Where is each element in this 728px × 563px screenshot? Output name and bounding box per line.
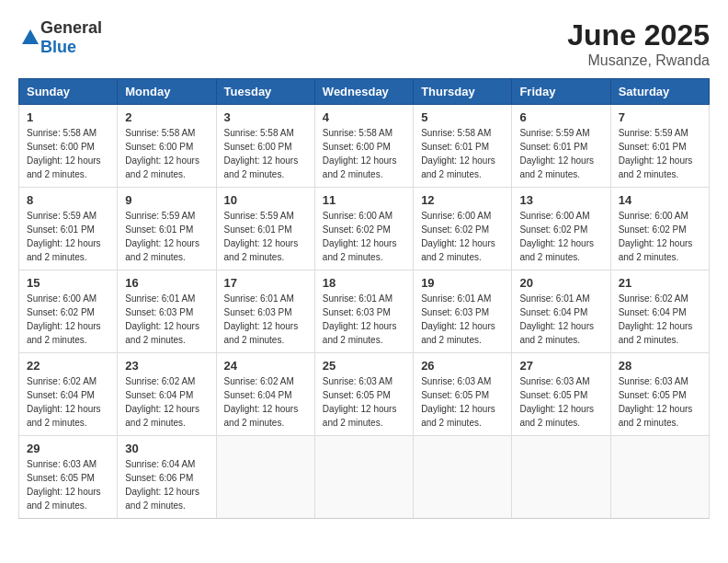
day-info: Sunrise: 6:03 AM Sunset: 6:05 PM Dayligh…: [519, 374, 602, 430]
day-info: Sunrise: 5:58 AM Sunset: 6:00 PM Dayligh…: [224, 126, 307, 181]
day-info: Sunrise: 6:02 AM Sunset: 6:04 PM Dayligh…: [619, 292, 701, 347]
day-info: Sunrise: 6:03 AM Sunset: 6:05 PM Dayligh…: [27, 457, 109, 512]
day-info: Sunrise: 6:01 AM Sunset: 6:03 PM Dayligh…: [323, 292, 405, 347]
day-number: 7: [619, 110, 701, 124]
day-info: Sunrise: 6:03 AM Sunset: 6:05 PM Dayligh…: [421, 374, 504, 430]
day-info: Sunrise: 5:59 AM Sunset: 6:01 PM Dayligh…: [224, 209, 307, 264]
logo-text-general: General: [40, 18, 102, 37]
calendar-cell: 3 Sunrise: 5:58 AM Sunset: 6:00 PM Dayli…: [216, 105, 314, 188]
calendar-week-1: 1 Sunrise: 5:58 AM Sunset: 6:00 PM Dayli…: [19, 105, 710, 188]
day-number: 14: [619, 193, 701, 207]
calendar-cell: 1 Sunrise: 5:58 AM Sunset: 6:00 PM Dayli…: [19, 105, 118, 188]
day-info: Sunrise: 5:59 AM Sunset: 6:01 PM Dayligh…: [619, 126, 701, 181]
weekday-header-saturday: Saturday: [610, 79, 709, 105]
calendar-cell: 16 Sunrise: 6:01 AM Sunset: 6:03 PM Dayl…: [118, 270, 216, 353]
calendar-week-3: 15 Sunrise: 6:00 AM Sunset: 6:02 PM Dayl…: [19, 270, 710, 353]
day-info: Sunrise: 5:58 AM Sunset: 6:00 PM Dayligh…: [125, 126, 208, 181]
calendar-cell: [314, 436, 413, 519]
day-number: 3: [224, 110, 307, 124]
calendar-cell: [216, 436, 314, 519]
calendar-week-4: 22 Sunrise: 6:02 AM Sunset: 6:04 PM Dayl…: [19, 353, 710, 436]
day-number: 19: [421, 276, 504, 290]
day-number: 15: [27, 276, 109, 290]
weekday-header-sunday: Sunday: [19, 79, 118, 105]
weekday-header-wednesday: Wednesday: [314, 79, 413, 105]
day-number: 30: [125, 442, 208, 455]
svg-marker-0: [22, 29, 39, 44]
weekday-header-row: SundayMondayTuesdayWednesdayThursdayFrid…: [19, 79, 710, 105]
weekday-header-tuesday: Tuesday: [216, 79, 314, 105]
weekday-header-thursday: Thursday: [414, 79, 512, 105]
calendar-cell: 2 Sunrise: 5:58 AM Sunset: 6:00 PM Dayli…: [118, 105, 216, 188]
day-info: Sunrise: 5:58 AM Sunset: 6:01 PM Dayligh…: [421, 126, 504, 181]
day-number: 1: [27, 110, 109, 124]
day-number: 23: [125, 359, 208, 373]
day-info: Sunrise: 5:58 AM Sunset: 6:00 PM Dayligh…: [323, 126, 405, 181]
calendar-cell: 24 Sunrise: 6:02 AM Sunset: 6:04 PM Dayl…: [216, 353, 314, 436]
logo-icon: [20, 28, 40, 48]
weekday-header-monday: Monday: [118, 79, 216, 105]
calendar-cell: 22 Sunrise: 6:02 AM Sunset: 6:04 PM Dayl…: [19, 353, 118, 436]
calendar-cell: [512, 436, 610, 519]
day-info: Sunrise: 6:00 AM Sunset: 6:02 PM Dayligh…: [27, 292, 109, 347]
calendar-cell: 21 Sunrise: 6:02 AM Sunset: 6:04 PM Dayl…: [610, 270, 709, 353]
day-info: Sunrise: 6:02 AM Sunset: 6:04 PM Dayligh…: [27, 374, 109, 430]
day-info: Sunrise: 5:59 AM Sunset: 6:01 PM Dayligh…: [519, 126, 602, 181]
calendar-cell: [610, 436, 709, 519]
day-info: Sunrise: 6:02 AM Sunset: 6:04 PM Dayligh…: [125, 374, 208, 430]
location: Musanze, Rwanda: [567, 52, 710, 69]
day-number: 4: [323, 110, 405, 124]
title-area: June 2025 Musanze, Rwanda: [567, 18, 710, 69]
page-header: General Blue June 2025 Musanze, Rwanda: [18, 18, 710, 69]
day-info: Sunrise: 5:59 AM Sunset: 6:01 PM Dayligh…: [125, 209, 208, 264]
calendar-cell: 18 Sunrise: 6:01 AM Sunset: 6:03 PM Dayl…: [314, 270, 413, 353]
calendar-cell: 23 Sunrise: 6:02 AM Sunset: 6:04 PM Dayl…: [118, 353, 216, 436]
calendar-cell: 8 Sunrise: 5:59 AM Sunset: 6:01 PM Dayli…: [19, 188, 118, 270]
day-info: Sunrise: 6:01 AM Sunset: 6:03 PM Dayligh…: [125, 292, 208, 347]
calendar-cell: 19 Sunrise: 6:01 AM Sunset: 6:03 PM Dayl…: [414, 270, 512, 353]
day-info: Sunrise: 5:59 AM Sunset: 6:01 PM Dayligh…: [27, 209, 109, 264]
calendar-cell: 25 Sunrise: 6:03 AM Sunset: 6:05 PM Dayl…: [314, 353, 413, 436]
calendar-cell: 28 Sunrise: 6:03 AM Sunset: 6:05 PM Dayl…: [610, 353, 709, 436]
calendar-cell: 12 Sunrise: 6:00 AM Sunset: 6:02 PM Dayl…: [414, 188, 512, 270]
calendar-cell: 5 Sunrise: 5:58 AM Sunset: 6:01 PM Dayli…: [414, 105, 512, 188]
day-number: 29: [27, 442, 109, 455]
day-number: 16: [125, 276, 208, 290]
day-info: Sunrise: 6:03 AM Sunset: 6:05 PM Dayligh…: [323, 374, 405, 430]
calendar-cell: 11 Sunrise: 6:00 AM Sunset: 6:02 PM Dayl…: [314, 188, 413, 270]
logo: General Blue: [18, 18, 102, 57]
calendar-cell: [414, 436, 512, 519]
day-info: Sunrise: 6:00 AM Sunset: 6:02 PM Dayligh…: [519, 209, 602, 264]
calendar-cell: 30 Sunrise: 6:04 AM Sunset: 6:06 PM Dayl…: [118, 436, 216, 519]
day-number: 6: [519, 110, 602, 124]
day-number: 5: [421, 110, 504, 124]
day-number: 20: [519, 276, 602, 290]
day-number: 25: [323, 359, 405, 373]
calendar-cell: 9 Sunrise: 5:59 AM Sunset: 6:01 PM Dayli…: [118, 188, 216, 270]
day-info: Sunrise: 6:02 AM Sunset: 6:04 PM Dayligh…: [224, 374, 307, 430]
logo-text-blue: Blue: [40, 38, 76, 56]
day-info: Sunrise: 6:00 AM Sunset: 6:02 PM Dayligh…: [619, 209, 701, 264]
calendar-cell: 29 Sunrise: 6:03 AM Sunset: 6:05 PM Dayl…: [19, 436, 118, 519]
day-number: 2: [125, 110, 208, 124]
calendar-cell: 7 Sunrise: 5:59 AM Sunset: 6:01 PM Dayli…: [610, 105, 709, 188]
day-info: Sunrise: 6:03 AM Sunset: 6:05 PM Dayligh…: [619, 374, 701, 430]
calendar-cell: 27 Sunrise: 6:03 AM Sunset: 6:05 PM Dayl…: [512, 353, 610, 436]
day-number: 9: [125, 193, 208, 207]
month-title: June 2025: [567, 18, 710, 52]
day-number: 22: [27, 359, 109, 373]
calendar-cell: 20 Sunrise: 6:01 AM Sunset: 6:04 PM Dayl…: [512, 270, 610, 353]
day-info: Sunrise: 6:01 AM Sunset: 6:03 PM Dayligh…: [224, 292, 307, 347]
calendar-week-2: 8 Sunrise: 5:59 AM Sunset: 6:01 PM Dayli…: [19, 188, 710, 270]
day-number: 18: [323, 276, 405, 290]
day-info: Sunrise: 6:04 AM Sunset: 6:06 PM Dayligh…: [125, 457, 208, 512]
day-number: 17: [224, 276, 307, 290]
day-number: 11: [323, 193, 405, 207]
day-number: 12: [421, 193, 504, 207]
calendar-cell: 6 Sunrise: 5:59 AM Sunset: 6:01 PM Dayli…: [512, 105, 610, 188]
calendar-cell: 14 Sunrise: 6:00 AM Sunset: 6:02 PM Dayl…: [610, 188, 709, 270]
day-number: 13: [519, 193, 602, 207]
day-info: Sunrise: 6:00 AM Sunset: 6:02 PM Dayligh…: [421, 209, 504, 264]
day-number: 28: [619, 359, 701, 373]
day-number: 24: [224, 359, 307, 373]
